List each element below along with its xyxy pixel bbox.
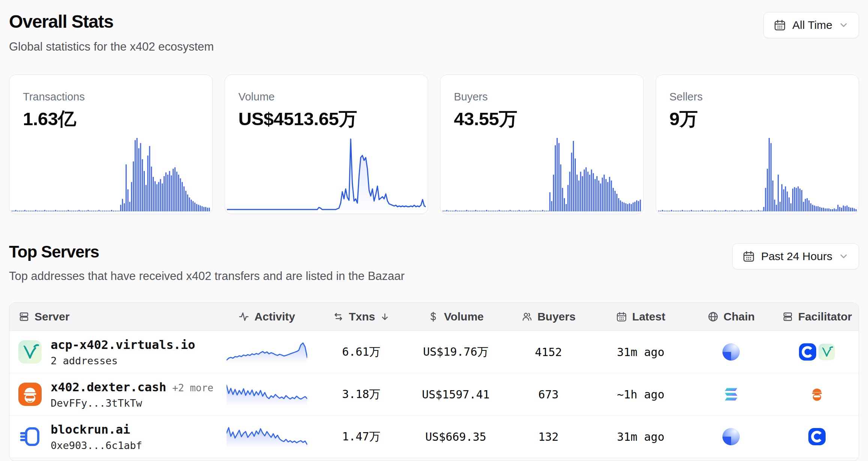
volume-sparkline-chart — [227, 136, 426, 211]
column-header-facilitator[interactable]: Facilitator — [775, 310, 859, 323]
server-icon — [18, 311, 30, 322]
column-header-latest[interactable]: Latest — [594, 310, 688, 323]
stat-label: Sellers — [656, 75, 859, 103]
stats-cards-grid: Transactions 1.63亿 Volume US$4513.65万 Bu… — [9, 75, 859, 214]
virtuals-logo — [18, 340, 42, 364]
overall-stats-header: Overall Stats Global statistics for the … — [9, 11, 859, 54]
calendar-icon — [773, 19, 786, 31]
time-range-button-past-24-hours[interactable]: Past 24 Hours — [732, 243, 859, 269]
table-row-x402-dexter-cash[interactable]: x402.dexter.cash +2 more DevFFy...3tTkTw… — [9, 373, 859, 415]
server-icon — [782, 311, 793, 322]
server-addresses: 2 addresses — [51, 355, 201, 367]
buyers-cell: 132 — [503, 430, 594, 443]
dollar-icon — [428, 311, 439, 322]
solana-chain-icon — [722, 387, 740, 401]
latest-cell: ~1h ago — [594, 388, 688, 401]
server-cell: x402.dexter.cash +2 more DevFFy...3tTkTw — [9, 380, 219, 409]
server-name: x402.dexter.cash — [51, 380, 166, 394]
facilitator-cell — [775, 343, 859, 361]
table-header-row: Server Activity Txns Volume Buyers L — [9, 303, 859, 331]
dashboard-page: Overall Stats Global statistics for the … — [0, 0, 868, 461]
sellers-sparkline-chart — [658, 136, 857, 211]
dexter-logo-glyph — [18, 383, 42, 406]
activity-icon — [238, 311, 249, 322]
base-chain-icon — [722, 343, 740, 361]
activity-cell — [219, 383, 314, 406]
activity-sparkline — [227, 340, 307, 364]
column-header-buyers[interactable]: Buyers — [503, 310, 594, 323]
stat-label: Transactions — [9, 75, 212, 103]
coinbase-facilitator-icon — [808, 428, 826, 445]
sort-desc-icon — [380, 312, 390, 322]
server-cell: blockrun.ai 0xe903...6c1abf — [9, 422, 219, 451]
dexter-logo — [18, 383, 42, 406]
virtuals-facilitator-icon — [818, 344, 835, 360]
globe-icon — [707, 311, 719, 322]
top-servers-header: Top Servers Top addresses that have rece… — [9, 242, 859, 283]
activity-sparkline — [227, 383, 307, 406]
stat-card-transactions: Transactions 1.63亿 — [9, 75, 213, 214]
volume-cell: US$19.76万 — [408, 344, 503, 360]
column-header-activity[interactable]: Activity — [219, 310, 314, 323]
stat-value: 9万 — [656, 103, 859, 132]
table-row-acp-x402-virtuals-io[interactable]: acp-x402.virtuals.io 2 addresses 6.61万 U… — [9, 331, 859, 373]
time-range-button-all-time[interactable]: All Time — [763, 12, 859, 38]
stat-card-sellers: Sellers 9万 — [656, 75, 859, 214]
stat-value: 43.55万 — [440, 103, 643, 132]
txns-cell: 1.47万 — [314, 429, 408, 445]
chevron-down-icon — [838, 20, 849, 30]
stat-card-buyers: Buyers 43.55万 — [440, 75, 644, 214]
stat-label: Buyers — [440, 75, 643, 103]
server-addresses: 0xe903...6c1abf — [51, 440, 142, 451]
virtuals-logo-glyph — [18, 340, 42, 364]
table-row-blockrun-ai[interactable]: blockrun.ai 0xe903...6c1abf 1.47万 US$669… — [9, 415, 859, 458]
latest-cell: 31m ago — [594, 346, 688, 359]
calendar-icon — [742, 250, 755, 263]
table-row-partial — [9, 458, 859, 461]
section-title: Top Servers — [9, 242, 405, 261]
base-chain-icon — [722, 428, 740, 445]
txns-cell: 3.18万 — [314, 387, 408, 402]
server-name: acp-x402.virtuals.io — [51, 338, 195, 352]
chain-cell — [688, 428, 775, 445]
users-icon — [521, 311, 533, 322]
stat-value: US$4513.65万 — [225, 103, 428, 132]
swap-arrows-icon — [333, 311, 344, 322]
latest-cell: 31m ago — [594, 430, 688, 443]
stat-value: 1.63亿 — [9, 103, 212, 132]
section-subtitle: Top addresses that have received x402 tr… — [9, 269, 405, 283]
server-addresses: DevFFy...3tTkTw — [51, 397, 213, 409]
coinbase-facilitator-icon — [799, 343, 816, 361]
column-header-chain[interactable]: Chain — [688, 310, 775, 323]
server-extra-count: +2 more — [172, 382, 213, 394]
txns-cell: 6.61万 — [314, 344, 408, 360]
page-title: Overall Stats — [9, 11, 214, 32]
activity-cell — [219, 340, 314, 364]
chain-cell — [688, 387, 775, 401]
activity-cell — [219, 425, 314, 448]
column-header-server[interactable]: Server — [9, 310, 219, 323]
column-header-txns[interactable]: Txns — [314, 310, 408, 323]
buyers-cell: 4152 — [503, 346, 594, 359]
blockrun-logo-glyph — [18, 425, 42, 448]
buyers-sparkline-chart — [442, 136, 641, 211]
blockrun-logo — [18, 425, 42, 448]
chain-cell — [688, 343, 775, 361]
calendar-icon — [616, 311, 627, 322]
server-cell: acp-x402.virtuals.io 2 addresses — [9, 338, 219, 367]
dexter-facilitator-icon — [808, 386, 826, 403]
volume-cell: US$669.35 — [408, 430, 503, 443]
volume-cell: US$1597.41 — [408, 388, 503, 401]
chevron-down-icon — [838, 251, 849, 262]
stat-label: Volume — [225, 75, 428, 103]
time-range-label: All Time — [792, 19, 832, 31]
transactions-sparkline-chart — [11, 136, 210, 211]
server-name: blockrun.ai — [51, 422, 130, 437]
top-servers-table: Server Activity Txns Volume Buyers L — [9, 302, 859, 461]
buyers-cell: 673 — [503, 388, 594, 401]
time-range-label: Past 24 Hours — [761, 250, 832, 263]
column-header-volume[interactable]: Volume — [408, 310, 503, 323]
activity-sparkline — [227, 425, 307, 448]
facilitator-cell — [775, 386, 859, 403]
page-subtitle: Global statistics for the x402 ecosystem — [9, 40, 214, 54]
